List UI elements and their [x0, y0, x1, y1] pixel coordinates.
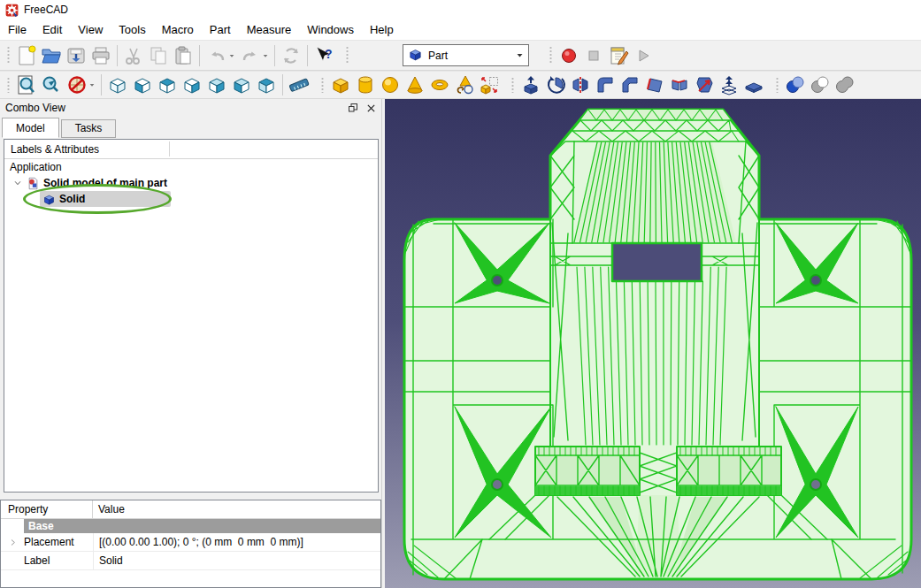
tree-root-application[interactable]: Application [4, 159, 378, 175]
undo-dropdown-arrow[interactable] [228, 52, 235, 59]
redo-button[interactable] [237, 43, 271, 68]
freecad-window: FreeCAD FileEditViewToolsMacroPartMeasur… [0, 0, 921, 588]
3d-viewport[interactable] [385, 99, 921, 588]
save-document-button[interactable] [64, 43, 88, 68]
menu-part[interactable]: Part [202, 20, 239, 39]
macro-toolbar [542, 41, 658, 70]
combo-dropdown-arrow[interactable] [516, 50, 524, 62]
undo-icon [206, 45, 227, 66]
draw-style-button[interactable] [64, 73, 97, 97]
property-column-header[interactable]: Property [1, 500, 93, 518]
freecad-logo-icon [5, 4, 19, 17]
menu-edit[interactable]: Edit [35, 20, 70, 39]
property-group-base[interactable]: Base [1, 519, 380, 533]
undo-button[interactable] [203, 43, 237, 68]
part-chamfer-button[interactable] [618, 73, 642, 97]
property-table-header: Property Value [1, 500, 380, 519]
part-shape-builder-button[interactable] [477, 73, 502, 97]
view-left-button[interactable] [254, 73, 279, 97]
tab-model[interactable]: Model [2, 118, 59, 138]
close-panel-button[interactable] [364, 101, 378, 115]
tree-header: Labels & Attributes [4, 140, 378, 159]
part-primitives-button[interactable] [452, 73, 477, 97]
part-fillet-button[interactable] [593, 73, 618, 97]
cut-button[interactable] [121, 43, 146, 68]
print-icon [90, 45, 111, 66]
part-box-button[interactable] [328, 73, 353, 97]
view-bottom-icon [231, 74, 252, 95]
workbench-selected-label: Part [428, 50, 510, 62]
float-panel-button[interactable] [346, 101, 360, 115]
menu-windows[interactable]: Windows [299, 20, 362, 39]
menu-file[interactable]: File [0, 20, 35, 39]
redo-dropdown-arrow[interactable] [262, 52, 269, 59]
part-ruled-surface-button[interactable] [667, 73, 692, 97]
boolean-toolbar [769, 72, 860, 98]
tab-tasks[interactable]: Tasks [61, 119, 117, 138]
part-revolve-button[interactable] [543, 73, 568, 97]
menu-view[interactable]: View [70, 20, 111, 39]
paste-button[interactable] [171, 43, 196, 68]
cut-icon [123, 45, 144, 66]
measure-distance-button[interactable] [287, 73, 311, 97]
toolbar-separator [282, 74, 283, 95]
part-cone-icon [404, 74, 426, 95]
open-document-button[interactable] [39, 43, 64, 68]
whats-this-button[interactable]: ? [311, 43, 336, 68]
file-toolbar: ? [0, 41, 339, 70]
view-rear-icon [206, 74, 227, 95]
view-rear-button[interactable] [204, 73, 229, 97]
macro-play-button[interactable] [631, 43, 656, 68]
property-row-placement[interactable]: Placement[(0.00 0.00 1.00); 0 °; (0 mm 0… [1, 533, 380, 552]
workbench-selector[interactable]: Part [403, 44, 529, 66]
view-front-button[interactable] [130, 73, 155, 97]
part-cut-button[interactable] [808, 73, 833, 97]
draw-style-dropdown-arrow[interactable] [88, 81, 96, 88]
print-button[interactable] [88, 43, 113, 68]
save-document-icon [65, 45, 87, 66]
menu-macro[interactable]: Macro [154, 20, 202, 39]
view-bottom-button[interactable] [229, 73, 254, 97]
part-torus-button[interactable] [427, 73, 452, 97]
part-mirror-button[interactable] [568, 73, 593, 97]
chevron-right-icon[interactable] [1, 538, 24, 546]
view-toolbar [0, 72, 314, 98]
part-boolean-button[interactable] [783, 73, 808, 97]
chevron-down-icon[interactable] [12, 179, 24, 187]
part-offset-button[interactable] [741, 73, 766, 97]
part-sphere-icon [380, 74, 401, 95]
menu-tools[interactable]: Tools [111, 20, 153, 39]
part-cylinder-button[interactable] [353, 73, 378, 97]
macro-stop-button[interactable] [581, 43, 606, 68]
view-axonometric-button[interactable] [105, 73, 130, 97]
view-top-button[interactable] [155, 73, 180, 97]
menu-measure[interactable]: Measure [239, 20, 300, 39]
fit-selection-button[interactable] [39, 73, 64, 97]
property-value[interactable]: Solid [93, 552, 123, 569]
toolbar-separator [307, 45, 308, 66]
value-column-header[interactable]: Value [93, 503, 125, 515]
property-row-label[interactable]: LabelSolid [1, 552, 380, 570]
part-sphere-button[interactable] [378, 73, 403, 97]
refresh-button[interactable] [279, 43, 303, 68]
part-sweep-button[interactable] [717, 73, 741, 97]
copy-button[interactable] [146, 43, 171, 68]
fit-all-button[interactable] [14, 73, 39, 97]
tree-item-solid-model-of-main-part[interactable]: Solid model of main part [4, 175, 378, 191]
part-make-face-button[interactable] [642, 73, 667, 97]
view-right-button[interactable] [180, 73, 204, 97]
part-extrude-button[interactable] [518, 73, 543, 97]
menu-help[interactable]: Help [362, 20, 402, 39]
part-union-button[interactable] [833, 73, 857, 97]
new-document-button[interactable] [14, 43, 39, 68]
combo-view-header: Combo View [0, 99, 381, 117]
macro-edit-button[interactable] [606, 43, 631, 68]
tree-item-solid[interactable]: Solid [4, 191, 378, 207]
part-cone-button[interactable] [403, 73, 427, 97]
window-title: FreeCAD [24, 4, 68, 16]
property-value[interactable]: [(0.00 0.00 1.00); 0 °; (0 mm 0 mm 0 mm)… [93, 533, 303, 551]
part-loft-button[interactable] [692, 73, 717, 97]
part-ruled-surface-icon [669, 74, 690, 95]
macro-record-button[interactable] [556, 43, 581, 68]
center-cutout [612, 243, 702, 281]
